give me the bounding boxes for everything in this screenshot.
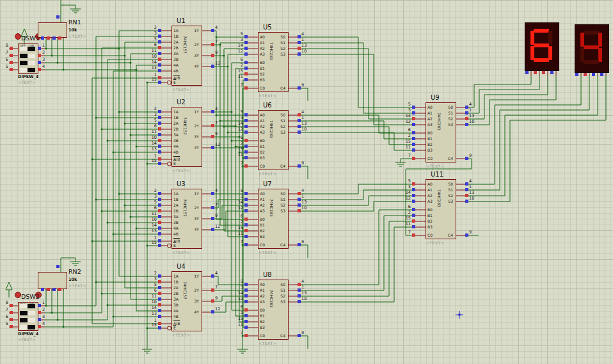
wire-junction-dot <box>107 222 109 224</box>
pin-number: 3 <box>143 194 157 199</box>
pin-name: S0 <box>440 182 453 186</box>
pin-number: 3 <box>143 112 157 117</box>
pin-name: B2 <box>260 228 265 233</box>
pin-name: S2 <box>273 203 285 207</box>
pin-number: 13 <box>301 121 306 126</box>
wire[interactable] <box>299 336 308 349</box>
pin-number: 5 <box>143 36 157 42</box>
resistor-network-rn2-body[interactable] <box>38 272 67 289</box>
pin-state-indicator <box>10 47 13 50</box>
pin-number: 4 <box>469 102 472 107</box>
pin-state-indicator <box>10 311 13 314</box>
pin-state-indicator <box>244 294 248 297</box>
pin-state-indicator <box>41 36 44 40</box>
pin-state-indicator <box>244 156 248 159</box>
pin-name: C0 <box>260 333 265 338</box>
pin-name: E <box>173 80 176 84</box>
wire-junction-dot <box>124 205 126 207</box>
pin-state-indicator <box>158 326 161 329</box>
pin-name: 1A <box>173 274 179 278</box>
pin-number: 1 <box>301 285 304 290</box>
pin-state-indicator <box>38 318 41 321</box>
resistor-network-rn1-body[interactable] <box>38 22 67 38</box>
wire-junction-dot <box>92 159 93 161</box>
pin-name: S1 <box>440 187 453 192</box>
pin-state-indicator <box>412 148 415 152</box>
pin-name: S1 <box>273 118 285 123</box>
pin-number: 13 <box>143 311 157 316</box>
pin-state-indicator <box>158 198 161 201</box>
pin-number: 15 <box>143 240 157 245</box>
schematic-canvas[interactable]: U174HC157<TEXT>21A31B52A62B113A103B144A1… <box>0 0 613 364</box>
pin-state-indicator <box>412 188 415 191</box>
pin-name: B1 <box>427 136 433 141</box>
pin-state-indicator <box>542 71 545 74</box>
pin-state-indicator <box>244 334 248 337</box>
wire-junction-dot <box>118 193 120 195</box>
wire[interactable] <box>466 75 531 107</box>
dip-switch-actuator-icon[interactable] <box>15 33 21 40</box>
pin-number: 2 <box>229 219 243 225</box>
pin-state-indicator <box>298 113 301 116</box>
dip-switch-handle-3[interactable] <box>20 61 28 65</box>
resistor-network-ref-label: RN1 <box>68 19 81 26</box>
dip-switch-handle-4[interactable] <box>28 68 35 72</box>
pin-number: 15 <box>397 216 411 221</box>
pin-state-indicator <box>298 192 301 195</box>
wire[interactable] <box>466 75 556 125</box>
pin-number: 1 <box>469 184 472 189</box>
pin-name: S2 <box>273 294 285 298</box>
pin-state-indicator <box>10 54 13 57</box>
pin-name: A1 <box>260 288 265 292</box>
wire[interactable] <box>299 245 308 258</box>
dip-switch-handle-3[interactable] <box>20 318 28 322</box>
pin-number: 4 <box>215 188 218 193</box>
wire-junction-dot <box>223 55 225 57</box>
dip-switch-handle-1[interactable] <box>28 304 35 308</box>
pin-state-indicator <box>10 304 13 307</box>
inverted-pin-bubble-icon <box>168 162 171 166</box>
dip-switch-handle-2[interactable] <box>20 311 28 315</box>
inverted-pin-bubble-icon <box>168 81 171 84</box>
pin-name: A1 <box>260 197 265 202</box>
dip-switch-handle-1[interactable] <box>28 47 35 51</box>
wire[interactable] <box>299 37 414 107</box>
wire-junction-dot <box>216 115 218 116</box>
pin-state-indicator <box>158 322 161 325</box>
pin-state-indicator <box>158 116 161 119</box>
wire[interactable] <box>299 166 308 179</box>
pin-number: 14 <box>229 121 243 126</box>
pin-state-indicator <box>158 244 161 247</box>
dip-switch-handle-2[interactable] <box>20 54 28 58</box>
pin-name: A1 <box>427 111 433 115</box>
dip-switch-actuator-icon[interactable] <box>15 292 21 298</box>
display-segment-d <box>584 60 599 64</box>
wire[interactable] <box>466 75 589 190</box>
pin-number: 6 <box>143 123 157 129</box>
wire[interactable] <box>299 88 308 101</box>
pin-state-indicator <box>38 47 41 50</box>
chip-text-placeholder: <TEXT> <box>259 93 276 98</box>
pin-state-indicator <box>158 127 161 131</box>
wire[interactable] <box>466 75 581 184</box>
wire-junction-dot <box>45 48 47 50</box>
terminal-arrow-icon[interactable] <box>6 282 12 290</box>
pin-name: A3 <box>260 52 265 56</box>
pin-number: 5 <box>143 200 157 205</box>
pin-name: B1 <box>427 213 433 218</box>
chip-text-placeholder: <TEXT> <box>259 250 276 255</box>
pin-number: 5 <box>229 188 243 193</box>
wire[interactable] <box>466 75 548 119</box>
pin-number: 11 <box>397 221 411 226</box>
wire[interactable] <box>466 75 598 196</box>
pin-state-indicator <box>244 209 248 212</box>
pin-name: 3B <box>173 303 179 307</box>
pin-number: 13 <box>143 146 157 152</box>
pin-number: 7 <box>1 307 8 312</box>
pin-state-indicator <box>244 61 248 64</box>
pin-number: 10 <box>143 217 157 222</box>
dip-switch-handle-4[interactable] <box>28 325 35 329</box>
pin-number: 13 <box>469 113 474 118</box>
pin-state-indicator <box>158 232 161 235</box>
pin-state-indicator <box>298 41 301 44</box>
